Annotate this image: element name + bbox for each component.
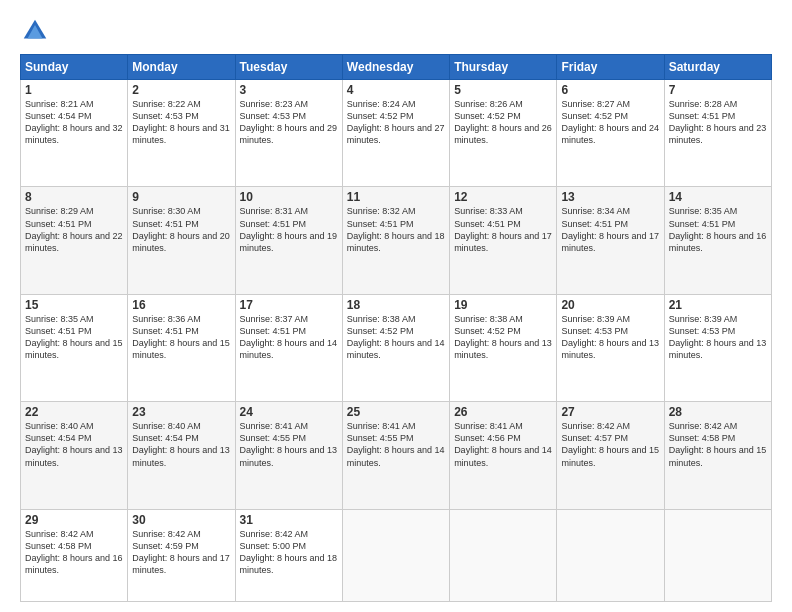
day-number: 14 [669,190,767,204]
day-number: 25 [347,405,445,419]
day-number: 9 [132,190,230,204]
calendar-cell [664,509,771,601]
day-info: Sunrise: 8:21 AMSunset: 4:54 PMDaylight:… [25,98,123,147]
calendar-cell: 15Sunrise: 8:35 AMSunset: 4:51 PMDayligh… [21,294,128,401]
day-info: Sunrise: 8:24 AMSunset: 4:52 PMDaylight:… [347,98,445,147]
week-row-4: 22Sunrise: 8:40 AMSunset: 4:54 PMDayligh… [21,402,772,509]
calendar-cell: 16Sunrise: 8:36 AMSunset: 4:51 PMDayligh… [128,294,235,401]
day-info: Sunrise: 8:38 AMSunset: 4:52 PMDaylight:… [347,313,445,362]
day-number: 26 [454,405,552,419]
day-number: 5 [454,83,552,97]
calendar-cell: 24Sunrise: 8:41 AMSunset: 4:55 PMDayligh… [235,402,342,509]
day-number: 11 [347,190,445,204]
day-info: Sunrise: 8:34 AMSunset: 4:51 PMDaylight:… [561,205,659,254]
header-row: SundayMondayTuesdayWednesdayThursdayFrid… [21,55,772,80]
calendar-cell: 27Sunrise: 8:42 AMSunset: 4:57 PMDayligh… [557,402,664,509]
day-number: 10 [240,190,338,204]
calendar-cell: 20Sunrise: 8:39 AMSunset: 4:53 PMDayligh… [557,294,664,401]
calendar-cell: 9Sunrise: 8:30 AMSunset: 4:51 PMDaylight… [128,187,235,294]
day-number: 27 [561,405,659,419]
day-number: 7 [669,83,767,97]
calendar-cell: 17Sunrise: 8:37 AMSunset: 4:51 PMDayligh… [235,294,342,401]
calendar-cell: 6Sunrise: 8:27 AMSunset: 4:52 PMDaylight… [557,80,664,187]
day-number: 13 [561,190,659,204]
day-info: Sunrise: 8:26 AMSunset: 4:52 PMDaylight:… [454,98,552,147]
col-header-saturday: Saturday [664,55,771,80]
day-number: 4 [347,83,445,97]
day-info: Sunrise: 8:28 AMSunset: 4:51 PMDaylight:… [669,98,767,147]
day-info: Sunrise: 8:39 AMSunset: 4:53 PMDaylight:… [669,313,767,362]
col-header-tuesday: Tuesday [235,55,342,80]
day-number: 18 [347,298,445,312]
week-row-2: 8Sunrise: 8:29 AMSunset: 4:51 PMDaylight… [21,187,772,294]
day-number: 30 [132,513,230,527]
calendar-cell: 11Sunrise: 8:32 AMSunset: 4:51 PMDayligh… [342,187,449,294]
calendar-cell: 18Sunrise: 8:38 AMSunset: 4:52 PMDayligh… [342,294,449,401]
day-info: Sunrise: 8:41 AMSunset: 4:56 PMDaylight:… [454,420,552,469]
calendar-cell: 4Sunrise: 8:24 AMSunset: 4:52 PMDaylight… [342,80,449,187]
day-info: Sunrise: 8:37 AMSunset: 4:51 PMDaylight:… [240,313,338,362]
day-info: Sunrise: 8:38 AMSunset: 4:52 PMDaylight:… [454,313,552,362]
calendar-cell: 22Sunrise: 8:40 AMSunset: 4:54 PMDayligh… [21,402,128,509]
day-number: 16 [132,298,230,312]
day-number: 2 [132,83,230,97]
day-info: Sunrise: 8:35 AMSunset: 4:51 PMDaylight:… [25,313,123,362]
day-info: Sunrise: 8:42 AMSunset: 4:58 PMDaylight:… [669,420,767,469]
calendar-cell: 3Sunrise: 8:23 AMSunset: 4:53 PMDaylight… [235,80,342,187]
calendar-cell: 21Sunrise: 8:39 AMSunset: 4:53 PMDayligh… [664,294,771,401]
calendar-cell: 29Sunrise: 8:42 AMSunset: 4:58 PMDayligh… [21,509,128,601]
calendar-cell: 19Sunrise: 8:38 AMSunset: 4:52 PMDayligh… [450,294,557,401]
day-number: 15 [25,298,123,312]
day-number: 28 [669,405,767,419]
day-number: 22 [25,405,123,419]
day-info: Sunrise: 8:42 AMSunset: 4:57 PMDaylight:… [561,420,659,469]
day-number: 6 [561,83,659,97]
day-info: Sunrise: 8:42 AMSunset: 5:00 PMDaylight:… [240,528,338,577]
calendar-cell [450,509,557,601]
day-info: Sunrise: 8:35 AMSunset: 4:51 PMDaylight:… [669,205,767,254]
week-row-3: 15Sunrise: 8:35 AMSunset: 4:51 PMDayligh… [21,294,772,401]
day-number: 20 [561,298,659,312]
day-info: Sunrise: 8:30 AMSunset: 4:51 PMDaylight:… [132,205,230,254]
day-info: Sunrise: 8:39 AMSunset: 4:53 PMDaylight:… [561,313,659,362]
day-info: Sunrise: 8:29 AMSunset: 4:51 PMDaylight:… [25,205,123,254]
day-number: 3 [240,83,338,97]
calendar-cell: 8Sunrise: 8:29 AMSunset: 4:51 PMDaylight… [21,187,128,294]
calendar-cell: 5Sunrise: 8:26 AMSunset: 4:52 PMDaylight… [450,80,557,187]
day-info: Sunrise: 8:32 AMSunset: 4:51 PMDaylight:… [347,205,445,254]
col-header-thursday: Thursday [450,55,557,80]
day-number: 29 [25,513,123,527]
col-header-sunday: Sunday [21,55,128,80]
calendar-table: SundayMondayTuesdayWednesdayThursdayFrid… [20,54,772,602]
day-info: Sunrise: 8:42 AMSunset: 4:59 PMDaylight:… [132,528,230,577]
calendar-cell: 2Sunrise: 8:22 AMSunset: 4:53 PMDaylight… [128,80,235,187]
header [20,16,772,46]
calendar-cell: 30Sunrise: 8:42 AMSunset: 4:59 PMDayligh… [128,509,235,601]
calendar-cell: 14Sunrise: 8:35 AMSunset: 4:51 PMDayligh… [664,187,771,294]
week-row-1: 1Sunrise: 8:21 AMSunset: 4:54 PMDaylight… [21,80,772,187]
page: SundayMondayTuesdayWednesdayThursdayFrid… [0,0,792,612]
logo [20,16,54,46]
week-row-5: 29Sunrise: 8:42 AMSunset: 4:58 PMDayligh… [21,509,772,601]
day-number: 21 [669,298,767,312]
calendar-cell: 7Sunrise: 8:28 AMSunset: 4:51 PMDaylight… [664,80,771,187]
day-info: Sunrise: 8:27 AMSunset: 4:52 PMDaylight:… [561,98,659,147]
day-info: Sunrise: 8:36 AMSunset: 4:51 PMDaylight:… [132,313,230,362]
day-info: Sunrise: 8:40 AMSunset: 4:54 PMDaylight:… [132,420,230,469]
day-number: 17 [240,298,338,312]
day-info: Sunrise: 8:22 AMSunset: 4:53 PMDaylight:… [132,98,230,147]
logo-icon [20,16,50,46]
col-header-wednesday: Wednesday [342,55,449,80]
day-number: 31 [240,513,338,527]
calendar-cell: 12Sunrise: 8:33 AMSunset: 4:51 PMDayligh… [450,187,557,294]
day-number: 19 [454,298,552,312]
calendar-cell: 26Sunrise: 8:41 AMSunset: 4:56 PMDayligh… [450,402,557,509]
calendar-cell: 31Sunrise: 8:42 AMSunset: 5:00 PMDayligh… [235,509,342,601]
calendar-cell [557,509,664,601]
calendar-cell [342,509,449,601]
day-info: Sunrise: 8:42 AMSunset: 4:58 PMDaylight:… [25,528,123,577]
day-number: 12 [454,190,552,204]
day-number: 8 [25,190,123,204]
day-info: Sunrise: 8:41 AMSunset: 4:55 PMDaylight:… [240,420,338,469]
col-header-monday: Monday [128,55,235,80]
